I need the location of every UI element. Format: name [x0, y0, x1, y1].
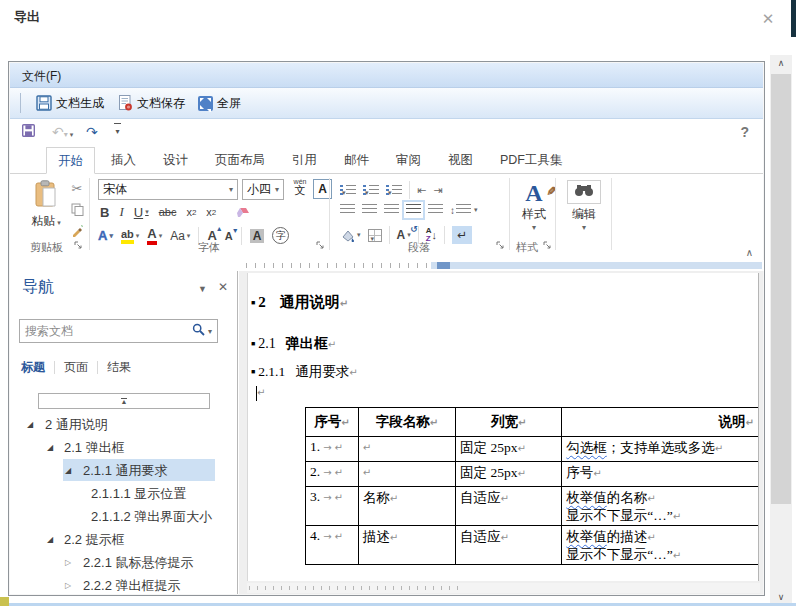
navigation-options-caret-icon[interactable]: ▼	[198, 284, 207, 294]
italic-button[interactable]: I	[119, 204, 123, 220]
heading-bullet-icon: ■	[251, 299, 255, 307]
file-menu-label[interactable]: 文件(F)	[22, 68, 61, 85]
jump-top-icon: ▲	[121, 398, 128, 405]
tab-insert[interactable]: 插入	[100, 147, 147, 174]
phonetic-guide-button[interactable]: wén 文	[290, 178, 310, 200]
distribute-icon[interactable]	[428, 204, 443, 216]
nav-tree-item[interactable]: ▷2.2.1 鼠标悬停提示	[10, 551, 235, 574]
align-left-icon[interactable]	[340, 204, 355, 216]
tab-home[interactable]: 开始	[46, 147, 95, 174]
clipboard-dialog-launcher-icon[interactable]	[74, 241, 84, 251]
tree-expanded-icon[interactable]: ◢	[47, 528, 53, 551]
font-dialog-launcher-icon[interactable]	[316, 241, 326, 251]
undo-icon[interactable]: ↶▾	[52, 123, 73, 144]
nav-tab-pages[interactable]: 页面	[55, 359, 97, 376]
change-case-button[interactable]: Aa	[170, 229, 190, 243]
generate-document-button[interactable]: 文档生成	[29, 91, 110, 115]
nav-tree-item[interactable]: ◢2.2 提示框	[10, 528, 235, 551]
align-right-icon[interactable]	[384, 204, 399, 216]
file-menu-bar[interactable]: 文件(F)	[10, 63, 763, 88]
scrollbar-thumb[interactable]	[771, 74, 791, 504]
collapse-ribbon-icon[interactable]: ∧	[746, 247, 753, 258]
borders-icon[interactable]	[368, 229, 382, 242]
tree-expanded-icon[interactable]: ◢	[27, 413, 33, 436]
tab-review[interactable]: 审阅	[385, 147, 432, 174]
clear-formatting-icon[interactable]	[234, 206, 250, 218]
navigation-close-icon[interactable]: ✕	[218, 280, 228, 294]
tree-collapsed-icon[interactable]: ▷	[65, 551, 71, 574]
shrink-font-button[interactable]: A▼	[225, 230, 233, 242]
text-highlight-button[interactable]: ab	[121, 228, 139, 244]
tab-mailings[interactable]: 邮件	[333, 147, 380, 174]
superscript-button[interactable]: x2	[206, 206, 216, 218]
nav-tree-item[interactable]: ▷2.2.2 弹出框提示	[10, 574, 235, 597]
enclose-characters-button[interactable]: 字	[272, 227, 289, 244]
fullscreen-button[interactable]: 全屏	[191, 92, 247, 115]
subscript-button[interactable]: x2	[186, 206, 196, 218]
document-stamp-icon	[116, 94, 134, 112]
nav-tab-results[interactable]: 结果	[98, 359, 140, 376]
cell-index: 4.→↵	[306, 526, 359, 565]
document-page[interactable]: ■2通用说明↵ ■2.1弹出框↵ ■2.1.1通用要求↵ ↵ 序号↵字段名称↵列…	[247, 273, 759, 581]
cut-icon[interactable]: ✂	[68, 180, 86, 196]
tab-references[interactable]: 引用	[281, 147, 328, 174]
paste-button[interactable]: 粘贴	[24, 180, 68, 230]
nav-tree-item[interactable]: ◢2.1.1 通用要求	[10, 459, 235, 482]
show-hide-marks-icon[interactable]: ↵	[452, 226, 472, 244]
justify-icon[interactable]	[406, 204, 421, 216]
shading-bucket-icon[interactable]	[340, 229, 361, 242]
decrease-indent-icon[interactable]: ⇤	[417, 184, 426, 197]
nav-tab-headings[interactable]: 标题	[19, 359, 54, 376]
character-shading-button[interactable]: A	[250, 229, 265, 243]
editing-group[interactable]: 编辑 ▾	[562, 180, 606, 232]
multilevel-list-icon[interactable]	[386, 184, 402, 196]
close-icon[interactable]: ✕	[756, 8, 780, 30]
help-icon[interactable]: ?	[740, 124, 749, 140]
styles-dialog-launcher-icon[interactable]	[543, 241, 553, 251]
styles-group-label: 样式	[516, 240, 538, 255]
tree-expanded-icon[interactable]: ◢	[47, 436, 53, 459]
fullscreen-arrows-icon	[197, 95, 214, 112]
customize-qat-icon[interactable]: ▾	[114, 123, 121, 141]
nav-tree-item[interactable]: ◢2.1 弹出框	[10, 436, 235, 459]
numbered-list-icon[interactable]	[363, 184, 379, 196]
save-icon[interactable]	[22, 123, 35, 141]
tab-page-layout[interactable]: 页面布局	[204, 147, 276, 174]
increase-indent-icon[interactable]: ⇥	[433, 184, 442, 197]
cell-column-width: 自适应↵	[456, 526, 562, 565]
paragraph-dialog-launcher-icon[interactable]	[496, 241, 506, 251]
tree-expanded-icon[interactable]: ◢	[65, 459, 71, 482]
dialog-scrollbar[interactable]: ∧ ∨	[770, 55, 792, 606]
tab-pdf-tools[interactable]: PDF工具集	[489, 147, 574, 174]
bold-button[interactable]: B	[100, 205, 109, 220]
tab-design[interactable]: 设计	[152, 147, 199, 174]
tree-item-label: 2 通用说明	[45, 413, 108, 436]
scroll-up-icon[interactable]: ∧	[770, 55, 792, 72]
text-cursor: ↵	[256, 385, 265, 402]
undo-dropdown-caret[interactable]: ▾	[64, 130, 74, 139]
tree-collapsed-icon[interactable]: ▷	[65, 574, 71, 597]
line-spacing-icon[interactable]: ↕	[450, 204, 478, 216]
strikethrough-button[interactable]: abc	[159, 206, 177, 218]
jump-to-top-button[interactable]: ▲	[38, 393, 210, 409]
styles-button[interactable]: A✎ 样式 ▾	[516, 180, 552, 232]
search-placeholder: 搜索文档	[25, 323, 192, 340]
search-options-caret-icon[interactable]: ▾	[208, 327, 212, 336]
format-painter-icon[interactable]	[68, 222, 86, 238]
save-document-button[interactable]: 文档保存	[110, 91, 191, 115]
nav-tree-item[interactable]: ◢2 通用说明	[10, 413, 235, 436]
font-color-button[interactable]: A	[147, 226, 162, 245]
font-name-combobox[interactable]: 宋体	[98, 179, 238, 200]
underline-button[interactable]: U	[134, 205, 149, 220]
redo-icon[interactable]: ↷	[86, 123, 98, 141]
align-center-icon[interactable]	[362, 204, 377, 216]
search-icon[interactable]	[192, 323, 205, 339]
nav-tree-item[interactable]: 2.1.1.1 显示位置	[10, 482, 235, 505]
text-effects-button[interactable]: A	[98, 228, 113, 243]
font-size-combobox[interactable]: 小四	[242, 179, 284, 200]
copy-icon[interactable]	[68, 201, 86, 217]
tab-view[interactable]: 视图	[437, 147, 484, 174]
bullet-list-icon[interactable]	[340, 184, 356, 196]
nav-tree-item[interactable]: 2.1.1.2 弹出界面大小	[10, 505, 235, 528]
search-input[interactable]: 搜索文档 ▾	[19, 319, 218, 343]
